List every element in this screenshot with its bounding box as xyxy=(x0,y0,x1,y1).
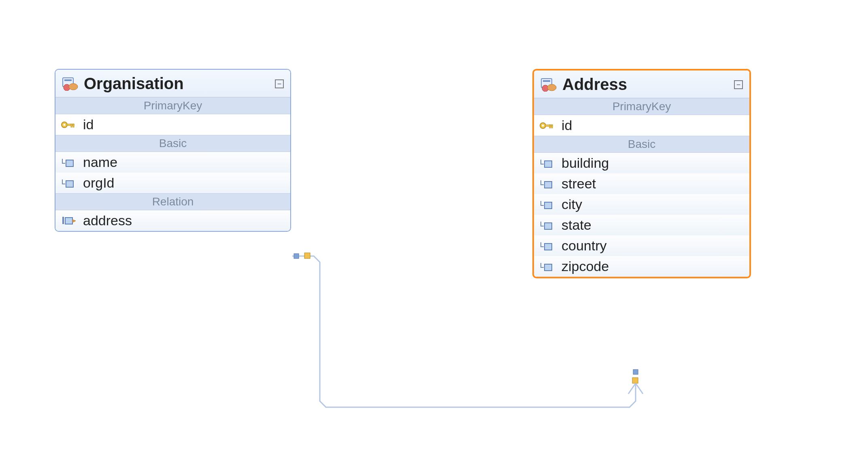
diagram-canvas: Organisation − PrimaryKey id Basic xyxy=(0,0,868,470)
field-label: building xyxy=(562,155,609,171)
svg-rect-31 xyxy=(545,264,552,271)
svg-rect-14 xyxy=(66,181,73,187)
field-label: city xyxy=(562,197,582,212)
section-basic-header: Basic xyxy=(55,135,290,152)
svg-rect-11 xyxy=(71,124,72,127)
field-label: state xyxy=(562,217,591,233)
entity-icon xyxy=(62,77,78,91)
svg-rect-3 xyxy=(632,378,638,383)
field-row-city[interactable]: city xyxy=(534,194,749,215)
field-row-name[interactable]: name xyxy=(55,152,290,173)
svg-rect-13 xyxy=(66,160,73,167)
svg-rect-27 xyxy=(545,182,552,188)
entity-header[interactable]: Organisation − xyxy=(55,70,290,97)
field-label: id xyxy=(83,117,94,132)
svg-point-20 xyxy=(547,84,556,91)
field-label: id xyxy=(562,118,572,133)
entity-title: Address xyxy=(562,75,734,94)
svg-rect-16 xyxy=(65,218,72,224)
svg-rect-26 xyxy=(545,161,552,167)
svg-rect-24 xyxy=(549,125,551,128)
field-row-id[interactable]: id xyxy=(55,114,290,135)
svg-rect-0 xyxy=(294,254,299,258)
svg-rect-30 xyxy=(545,244,552,250)
svg-rect-1 xyxy=(304,253,310,258)
entity-organisation[interactable]: Organisation − PrimaryKey id Basic xyxy=(55,69,291,232)
field-icon xyxy=(540,241,556,251)
field-icon xyxy=(61,158,77,167)
section-primarykey-header: PrimaryKey xyxy=(534,98,749,115)
svg-rect-12 xyxy=(73,124,74,127)
svg-rect-18 xyxy=(543,80,550,82)
svg-point-7 xyxy=(69,83,78,90)
field-row-state[interactable]: state xyxy=(534,215,749,235)
field-row-address[interactable]: address xyxy=(55,210,290,231)
svg-rect-28 xyxy=(545,202,552,209)
section-basic-header: Basic xyxy=(534,136,749,153)
key-icon xyxy=(61,120,77,129)
field-icon xyxy=(540,179,556,189)
field-label: orgId xyxy=(83,175,115,191)
entity-icon xyxy=(540,78,557,92)
field-icon xyxy=(540,200,556,209)
key-icon xyxy=(540,121,556,130)
entity-title: Organisation xyxy=(84,75,275,93)
field-label: country xyxy=(562,238,607,254)
collapse-button[interactable]: − xyxy=(734,80,743,89)
field-icon xyxy=(61,178,77,188)
svg-point-9 xyxy=(64,124,66,126)
svg-rect-25 xyxy=(551,125,553,128)
field-row-street[interactable]: street xyxy=(534,173,749,194)
field-label: name xyxy=(83,154,117,170)
field-row-building[interactable]: building xyxy=(534,153,749,173)
field-label: street xyxy=(562,176,596,192)
collapse-button[interactable]: − xyxy=(275,79,284,88)
field-row-zipcode[interactable]: zipcode xyxy=(534,256,749,277)
svg-rect-15 xyxy=(62,217,64,224)
svg-rect-29 xyxy=(545,223,552,229)
svg-rect-5 xyxy=(64,79,72,81)
field-row-country[interactable]: country xyxy=(534,235,749,256)
svg-point-22 xyxy=(542,124,544,126)
section-primarykey-header: PrimaryKey xyxy=(55,97,290,114)
field-icon xyxy=(540,262,556,271)
svg-rect-2 xyxy=(633,370,638,374)
entity-header[interactable]: Address − xyxy=(534,70,749,98)
section-relation-header: Relation xyxy=(55,193,290,210)
field-icon xyxy=(540,220,556,230)
field-label: zipcode xyxy=(562,258,609,274)
relation-icon xyxy=(61,216,77,226)
field-label: address xyxy=(83,213,132,229)
field-icon xyxy=(540,158,556,168)
field-row-id[interactable]: id xyxy=(534,115,749,136)
field-row-orgid[interactable]: orgId xyxy=(55,173,290,193)
entity-address[interactable]: Address − PrimaryKey id Basic xyxy=(532,69,751,278)
